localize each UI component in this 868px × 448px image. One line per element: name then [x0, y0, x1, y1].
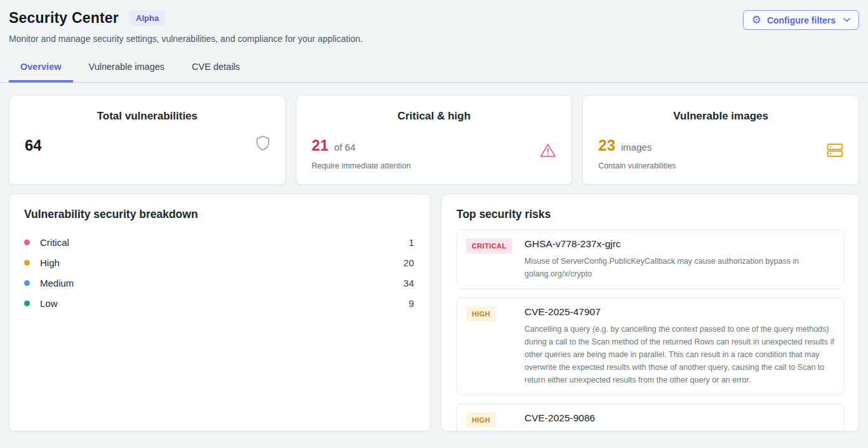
- risk-id: CVE-2025-47907: [524, 306, 834, 318]
- page-subtitle: Monitor and manage security settings, vu…: [9, 34, 859, 44]
- chevron-down-icon: [843, 18, 850, 22]
- card-title: Critical & high: [312, 110, 557, 123]
- risk-body: CVE-2025-47907 Cancelling a query (e.g. …: [524, 306, 834, 386]
- warning-triangle-icon: [540, 143, 556, 158]
- severity-legend: Critical 1 High 20 Medium 34 Low 9: [24, 232, 415, 313]
- legend-row-high: High 20: [24, 252, 415, 273]
- breakdown-panel-title: Vulnerability security breakdown: [24, 208, 415, 221]
- severity-column: HIGH: [466, 412, 517, 428]
- medium-dot-icon: [24, 280, 30, 286]
- risk-id: CVE-2025-9086: [524, 412, 834, 424]
- severity-badge-critical: CRITICAL: [466, 238, 512, 254]
- low-dot-icon: [24, 301, 30, 306]
- risk-body: GHSA-v778-237x-gjrc Misuse of ServerConf…: [524, 238, 834, 280]
- risk-id: GHSA-v778-237x-gjrc: [524, 238, 834, 250]
- tab-cve-details[interactable]: CVE details: [180, 57, 251, 83]
- card-critical-high: Critical & high 21 of 64 Require immedia…: [296, 95, 573, 185]
- vulnerable-images-suffix: images: [621, 142, 651, 153]
- legend-value: 34: [403, 278, 415, 288]
- legend-value: 20: [403, 257, 415, 268]
- shield-icon: [256, 135, 270, 151]
- tab-overview[interactable]: Overview: [9, 57, 73, 83]
- alpha-badge: Alpha: [130, 10, 165, 26]
- total-vulnerabilities-value: 64: [25, 137, 42, 154]
- legend-label: Critical: [40, 237, 69, 248]
- bottom-panels-row: Vulnerability security breakdown Critica…: [9, 194, 859, 431]
- card-value-row: 21 of 64: [312, 137, 557, 154]
- risk-description: Misuse of ServerConfig.PublicKeyCallback…: [524, 255, 834, 280]
- vulnerability-breakdown-panel: Vulnerability security breakdown Critica…: [9, 194, 431, 431]
- configure-filters-label: Configure filters: [767, 15, 836, 25]
- card-value-row: 64: [25, 137, 270, 154]
- server-icon: [827, 143, 843, 158]
- card-total-vulnerabilities: Total vulnerabilities 64: [9, 95, 286, 185]
- risks-panel-title: Top security risks: [457, 208, 844, 221]
- legend-row-critical: Critical 1: [24, 232, 415, 252]
- legend-label: Low: [40, 298, 58, 309]
- critical-dot-icon: [24, 240, 30, 245]
- security-center-page: Security Center Alpha ⚙ Configure filter…: [0, 0, 868, 431]
- severity-badge-high: HIGH: [466, 412, 496, 428]
- legend-row-medium: Medium 34: [24, 273, 415, 293]
- legend-label: High: [40, 257, 60, 268]
- risk-description: Cancelling a query (e.g. by cancelling t…: [524, 323, 834, 386]
- risk-item-cve-2025-9086[interactable]: HIGH CVE-2025-9086: [457, 404, 844, 431]
- tab-vulnerable-images[interactable]: Vulnerable images: [77, 57, 177, 83]
- vulnerable-images-value: 23: [598, 137, 615, 154]
- legend-row-low: Low 9: [24, 293, 415, 313]
- gear-icon: ⚙: [752, 15, 761, 25]
- page-title: Security Center: [9, 10, 119, 27]
- top-security-risks-panel: Top security risks CRITICAL GHSA-v778-23…: [441, 194, 859, 431]
- severity-badge-high: HIGH: [466, 306, 496, 322]
- risk-item-ghsa-v778[interactable]: CRITICAL GHSA-v778-237x-gjrc Misuse of S…: [457, 229, 844, 289]
- card-title: Vulnerable images: [598, 110, 843, 123]
- card-vulnerable-images: Vulnerable images 23 images Contain vuln…: [582, 95, 859, 185]
- card-title: Total vulnerabilities: [25, 110, 270, 123]
- tab-bar: Overview Vulnerable images CVE details: [0, 57, 868, 83]
- severity-column: CRITICAL: [466, 238, 517, 280]
- card-value-row: 23 images: [598, 137, 843, 154]
- risk-body: CVE-2025-9086: [524, 412, 834, 428]
- risk-item-cve-2025-47907[interactable]: HIGH CVE-2025-47907 Cancelling a query (…: [457, 297, 844, 395]
- summary-cards-row: Total vulnerabilities 64 Critical & high…: [9, 95, 859, 185]
- severity-column: HIGH: [466, 306, 517, 386]
- high-dot-icon: [24, 260, 30, 266]
- vulnerable-images-subtitle: Contain vulnerabilities: [598, 161, 843, 170]
- page-header: Security Center Alpha: [9, 10, 859, 27]
- critical-high-suffix: of 64: [334, 142, 355, 153]
- legend-value: 1: [409, 237, 415, 248]
- critical-high-subtitle: Require immediate attention: [312, 161, 557, 170]
- legend-value: 9: [409, 298, 415, 309]
- legend-label: Medium: [40, 278, 74, 288]
- configure-filters-button[interactable]: ⚙ Configure filters: [743, 10, 859, 30]
- critical-high-value: 21: [312, 137, 329, 154]
